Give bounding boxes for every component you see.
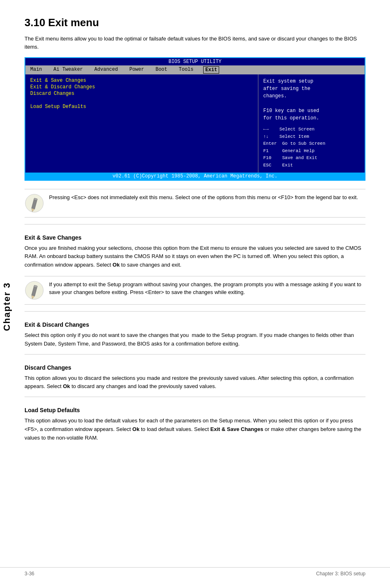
note-box-2: If you attempt to exit the Setup program… [25,276,365,305]
divider-3 [25,354,365,355]
section-heading-exit-save: Exit & Save Changes [25,234,365,241]
section-heading-discard: Discard Changes [25,364,365,371]
section-heading-exit-discard: Exit & Discard Changes [25,321,365,328]
legend-f1: F1 General Help [263,148,360,155]
bios-nav-advanced[interactable]: Advanced [93,66,120,74]
divider-2 [25,311,365,312]
bios-menu-spacer [30,97,253,103]
bios-description: Exit system setup after saving the chang… [263,78,360,122]
divider-1 [25,224,365,224]
section-body-exit-discard: Select this option only if you do not wa… [25,331,365,348]
bios-menu-discard[interactable]: Discard Changes [30,91,253,97]
bios-menu-exit-discard[interactable]: Exit & Discard Changes [30,84,253,90]
page-footer: 3-36 Chapter 3: BIOS setup [0,567,390,580]
page-title: 3.10 Exit menu [25,16,365,29]
legend-enter: Enter Go to Sub Screen [263,140,360,148]
section-body-load-defaults: This option allows you to load the defau… [25,417,365,442]
bios-body: Exit & Save Changes Exit & Discard Chang… [25,74,365,173]
pencil-icon-1 [25,193,44,213]
bios-menu-exit-save[interactable]: Exit & Save Changes [30,78,253,83]
section-heading-load-defaults: Load Setup Defaults [25,407,365,413]
bios-info-right: Exit system setup after saving the chang… [258,74,365,173]
bios-menu-load-defaults[interactable]: Load Setup Defaults [30,104,253,110]
bios-nav-boot[interactable]: Boot [154,66,169,74]
bios-nav: Main Ai Tweaker Advanced Power Boot Tool… [25,65,365,74]
pencil-icon-2 [25,281,44,300]
note-box-1: Pressing <Esc> does not immediately exit… [25,189,365,218]
bios-title: BIOS SETUP UTILITY [25,58,365,65]
footer-chapter-label: Chapter 3: BIOS setup [316,571,365,577]
bios-nav-tools[interactable]: Tools [177,66,195,74]
bios-menu-left: Exit & Save Changes Exit & Discard Chang… [25,74,258,173]
bios-nav-exit[interactable]: Exit [203,66,219,74]
bios-nav-power[interactable]: Power [128,66,146,74]
legend-select-screen: ←→ Select Screen [263,126,360,133]
bios-setup-box: BIOS SETUP UTILITY Main Ai Tweaker Advan… [25,57,365,181]
footer-page-number: 3-36 [25,571,34,577]
divider-4 [25,397,365,397]
legend-f10: F10 Save and Exit [263,155,360,162]
bios-footer: v02.61 (C)Copyright 1985-2008, American … [25,173,365,180]
section-body-discard: This option allows you to discard the se… [25,374,365,391]
chapter-sidebar-label: Chapter 3 [0,278,14,335]
intro-text: The Exit menu items allow you to load th… [25,35,365,51]
bios-nav-ai-tweaker[interactable]: Ai Tweaker [52,66,85,74]
note-text-2: If you attempt to exit the Setup program… [49,281,365,296]
bios-nav-main[interactable]: Main [29,66,44,74]
legend-esc: ESC Exit [263,162,360,169]
section-body-exit-save: Once you are finished making your select… [25,244,365,269]
legend-select-item: ↑↓ Select Item [263,133,360,141]
note-text-1: Pressing <Esc> does not immediately exit… [49,193,358,202]
bios-legend: ←→ Select Screen ↑↓ Select Item Enter Go… [263,126,360,169]
